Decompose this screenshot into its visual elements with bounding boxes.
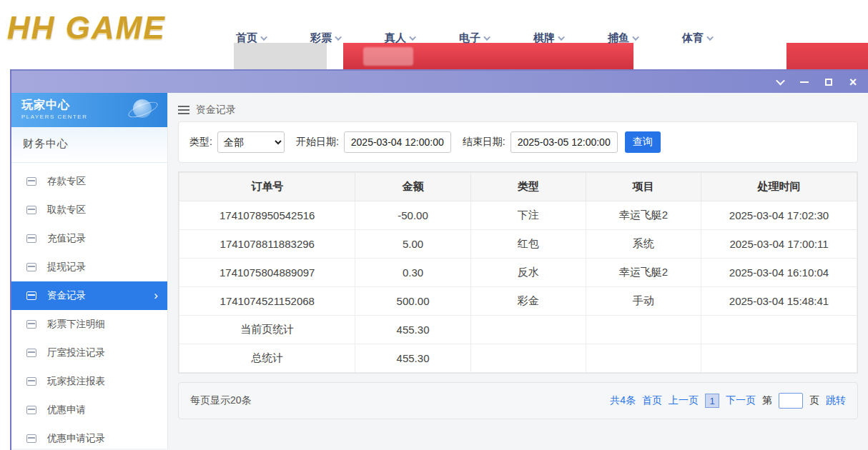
collapse-icon[interactable] — [775, 77, 785, 87]
table-cell: 2025-03-04 16:10:04 — [701, 259, 857, 287]
logo[interactable]: HH GAME — [7, 10, 166, 46]
end-date-input[interactable] — [511, 131, 618, 153]
table-cell: 反水 — [470, 259, 586, 287]
nav-item-label: 彩票 — [310, 31, 332, 45]
breadcrumb: 资金记录 — [178, 99, 858, 121]
current-page[interactable]: 1 — [705, 394, 719, 408]
sidebar-item-promo-apply[interactable]: 优惠申请 — [11, 396, 167, 424]
table-cell: 500.00 — [355, 287, 470, 316]
planet-icon — [133, 99, 152, 118]
nav-item-2[interactable]: 真人 — [375, 31, 425, 45]
jump-page-input[interactable] — [779, 393, 803, 409]
sidebar-item-label: 存款专区 — [47, 175, 86, 188]
sidebar-item-withdraw-records[interactable]: 提现记录 — [11, 253, 167, 281]
table-cell — [470, 316, 586, 344]
lottery-bet-detail-icon — [26, 320, 36, 329]
table-cell: 手动 — [586, 287, 701, 316]
sidebar-item-hall-bet-records[interactable]: 厅室投注记录 — [11, 339, 167, 367]
table-cell: 下注 — [470, 201, 586, 230]
withdraw-icon — [26, 206, 36, 214]
table-cell — [470, 344, 586, 373]
nav-item-label: 体育 — [682, 31, 704, 45]
breadcrumb-label: 资金记录 — [196, 104, 236, 116]
start-date-input[interactable] — [344, 131, 451, 153]
sidebar-item-recharge-records[interactable]: 充值记录 — [11, 224, 167, 253]
sidebar-section: 财务中心 — [11, 127, 167, 163]
close-icon[interactable]: × — [848, 77, 858, 87]
records-table: 订单号金额类型项目处理时间1741078950542516-50.00下注幸运飞… — [179, 172, 857, 373]
maximize-icon[interactable] — [824, 77, 834, 87]
sidebar-item-promo-apply-records[interactable]: 优惠申请记录 — [11, 424, 167, 449]
nav-item-3[interactable]: 电子 — [450, 31, 500, 45]
sidebar-item-label: 取款专区 — [47, 204, 86, 216]
chevron-down-icon — [632, 34, 639, 41]
table-header-cell: 处理时间 — [701, 173, 857, 201]
window-controls: × — [775, 71, 858, 93]
nav-item-6[interactable]: 体育 — [673, 31, 723, 45]
sidebar-item-label: 玩家投注报表 — [47, 375, 105, 388]
next-page-link[interactable]: 下一页 — [726, 394, 756, 407]
table-header-cell: 金额 — [355, 173, 470, 201]
table-cell: 2025-03-04 17:02:30 — [701, 201, 857, 230]
start-date-label: 开始日期: — [296, 136, 339, 149]
table-row: 17410758048890970.30反水幸运飞艇22025-03-04 16… — [179, 259, 857, 287]
table-header-cell: 订单号 — [179, 173, 355, 201]
banner-fragment — [786, 43, 868, 69]
table-header-row: 订单号金额类型项目处理时间 — [179, 173, 857, 201]
chevron-down-icon — [409, 34, 416, 41]
chevron-down-icon — [335, 34, 342, 41]
main-nav: 首页彩票真人电子棋牌捕鱼体育 — [214, 26, 735, 50]
first-page-link[interactable]: 首页 — [642, 394, 662, 407]
jump-prefix: 第 — [762, 394, 772, 407]
table-cell: 幸运飞艇2 — [586, 201, 701, 230]
query-button[interactable]: 查询 — [625, 131, 661, 153]
prev-page-link[interactable]: 上一页 — [669, 394, 699, 407]
sidebar-item-label: 优惠申请 — [47, 404, 86, 416]
jump-suffix: 页 — [809, 394, 819, 407]
sidebar-item-label: 彩票下注明细 — [47, 318, 105, 331]
sidebar-item-label: 提现记录 — [47, 261, 86, 274]
table-cell: 455.30 — [355, 344, 470, 373]
sidebar-item-label: 充值记录 — [47, 232, 86, 245]
chevron-down-icon — [558, 34, 565, 41]
type-label: 类型: — [189, 136, 212, 149]
nav-item-label: 真人 — [385, 31, 406, 45]
table-cell: 1741074521152068 — [179, 287, 355, 316]
table-cell: 总统计 — [179, 344, 355, 373]
nav-item-0[interactable]: 首页 — [227, 31, 277, 45]
table-row: 1741078950542516-50.00下注幸运飞艇22025-03-04 … — [179, 201, 857, 230]
nav-item-label: 棋牌 — [533, 31, 555, 45]
sidebar-item-lottery-bet-details[interactable]: 彩票下注明细 — [11, 310, 167, 339]
sidebar-item-label: 优惠申请记录 — [47, 432, 105, 445]
sidebar-item-deposit-zone[interactable]: 存款专区 — [11, 167, 167, 196]
player-bet-report-icon — [26, 377, 36, 386]
filter-bar: 类型: 全部 开始日期: 结束日期: 查询 — [178, 121, 858, 163]
minimize-icon[interactable] — [799, 77, 809, 87]
table-cell: 455.30 — [355, 316, 470, 344]
table-cell: 当前页统计 — [179, 316, 355, 344]
table-cell — [586, 316, 701, 344]
jump-button[interactable]: 跳转 — [826, 394, 846, 407]
records-table-container: 订单号金额类型项目处理时间1741078950542516-50.00下注幸运飞… — [178, 171, 858, 374]
nav-item-label: 捕鱼 — [608, 31, 629, 45]
table-header-cell: 类型 — [470, 173, 586, 201]
nav-item-1[interactable]: 彩票 — [301, 31, 351, 45]
nav-item-4[interactable]: 棋牌 — [524, 31, 574, 45]
recharge-record-icon — [26, 234, 36, 243]
deposit-icon — [26, 177, 36, 186]
table-row: 17410788118832965.00红包系统2025-03-04 17:00… — [179, 230, 857, 259]
promo-apply-record-icon — [26, 434, 36, 443]
pagination: 共4条 首页 上一页 1 下一页 第 页 跳转 — [610, 393, 846, 409]
table-cell: 彩金 — [470, 287, 586, 316]
nav-item-5[interactable]: 捕鱼 — [598, 31, 648, 45]
sidebar-item-player-bet-report[interactable]: 玩家投注报表 — [11, 367, 167, 396]
menu-toggle-icon[interactable] — [178, 106, 189, 114]
type-select[interactable]: 全部 — [217, 131, 285, 153]
sidebar-item-funds-records[interactable]: 资金记录› — [11, 281, 167, 310]
sidebar-menu: 存款专区取款专区充值记录提现记录资金记录›彩票下注明细厅室投注记录玩家投注报表优… — [11, 167, 167, 449]
table-cell: 0.30 — [355, 259, 470, 287]
sidebar-item-withdraw-zone[interactable]: 取款专区 — [11, 196, 167, 224]
table-cell: 1741075804889097 — [179, 259, 355, 287]
table-cell: 5.00 — [355, 230, 470, 259]
total-count: 共4条 — [610, 394, 636, 407]
